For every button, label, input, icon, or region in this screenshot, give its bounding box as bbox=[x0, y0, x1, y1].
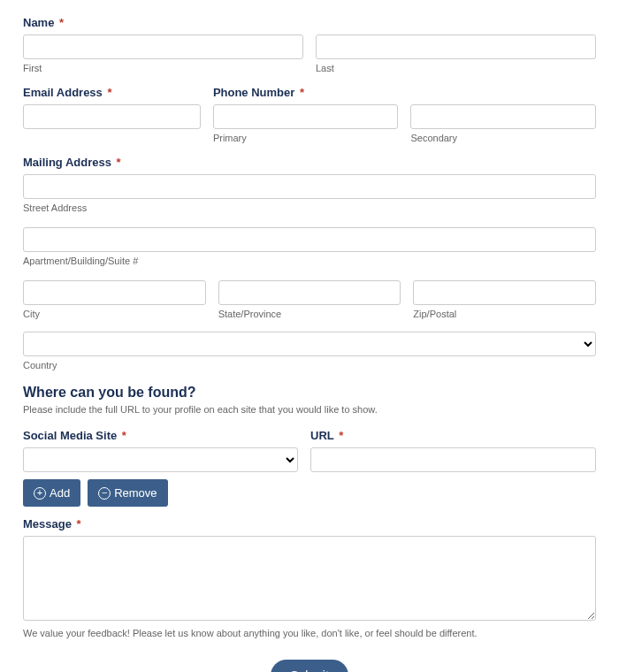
phone-primary-sublabel: Primary bbox=[213, 133, 399, 143]
required-marker: * bbox=[77, 517, 81, 531]
apt-sublabel: Apartment/Building/Suite # bbox=[23, 256, 138, 266]
email-label: Email Address * bbox=[23, 86, 201, 99]
last-name-sublabel: Last bbox=[316, 63, 596, 73]
phone-primary-input[interactable] bbox=[213, 104, 399, 129]
mailing-address-label: Mailing Address * bbox=[23, 156, 596, 169]
url-label-text: URL bbox=[310, 429, 333, 442]
name-label-text: Name bbox=[23, 16, 54, 29]
submit-button[interactable]: Submit bbox=[271, 660, 348, 672]
phone-label: Phone Number * bbox=[213, 86, 596, 99]
first-name-sublabel: First bbox=[23, 63, 303, 73]
apt-input[interactable] bbox=[23, 227, 596, 252]
required-marker: * bbox=[59, 16, 64, 29]
phone-secondary-sublabel: Secondary bbox=[410, 133, 596, 143]
remove-button-label: Remove bbox=[114, 486, 157, 500]
add-button-label: Add bbox=[50, 486, 70, 500]
url-label: URL * bbox=[310, 429, 596, 442]
phone-label-text: Phone Number bbox=[213, 86, 294, 99]
email-input[interactable] bbox=[23, 104, 201, 129]
add-button[interactable]: + Add bbox=[23, 479, 80, 507]
street-sublabel: Street Address bbox=[23, 202, 87, 213]
name-label: Name * bbox=[23, 16, 596, 29]
social-site-label-text: Social Media Site bbox=[23, 429, 117, 442]
social-subtext: Please include the full URL to your prof… bbox=[23, 404, 596, 415]
last-name-input[interactable] bbox=[316, 34, 596, 59]
required-marker: * bbox=[107, 86, 111, 99]
required-marker: * bbox=[117, 156, 121, 169]
email-label-text: Email Address bbox=[23, 86, 103, 99]
social-site-select[interactable] bbox=[23, 447, 298, 472]
social-site-label: Social Media Site * bbox=[23, 429, 298, 442]
minus-icon: − bbox=[98, 487, 111, 500]
message-textarea[interactable] bbox=[23, 536, 596, 621]
state-sublabel: State/Province bbox=[218, 309, 401, 319]
required-marker: * bbox=[300, 86, 304, 99]
required-marker: * bbox=[122, 429, 126, 442]
plus-icon: + bbox=[34, 487, 46, 500]
url-input[interactable] bbox=[310, 447, 596, 472]
street-address-input[interactable] bbox=[23, 174, 596, 199]
zip-sublabel: Zip/Postal bbox=[413, 309, 596, 319]
country-select[interactable] bbox=[23, 332, 596, 356]
state-input[interactable] bbox=[218, 280, 401, 305]
phone-secondary-input[interactable] bbox=[410, 104, 596, 129]
country-sublabel: Country bbox=[23, 360, 57, 370]
city-sublabel: City bbox=[23, 309, 206, 319]
required-marker: * bbox=[339, 429, 343, 442]
mailing-address-label-text: Mailing Address bbox=[23, 156, 111, 169]
social-heading: Where can you be found? bbox=[23, 385, 596, 401]
message-helper: We value your feedback! Please let us kn… bbox=[23, 628, 596, 638]
first-name-input[interactable] bbox=[23, 34, 303, 59]
message-label-text: Message bbox=[23, 517, 72, 531]
zip-input[interactable] bbox=[413, 280, 596, 305]
remove-button[interactable]: − Remove bbox=[88, 479, 167, 507]
city-input[interactable] bbox=[23, 280, 206, 305]
message-label: Message * bbox=[23, 517, 596, 531]
